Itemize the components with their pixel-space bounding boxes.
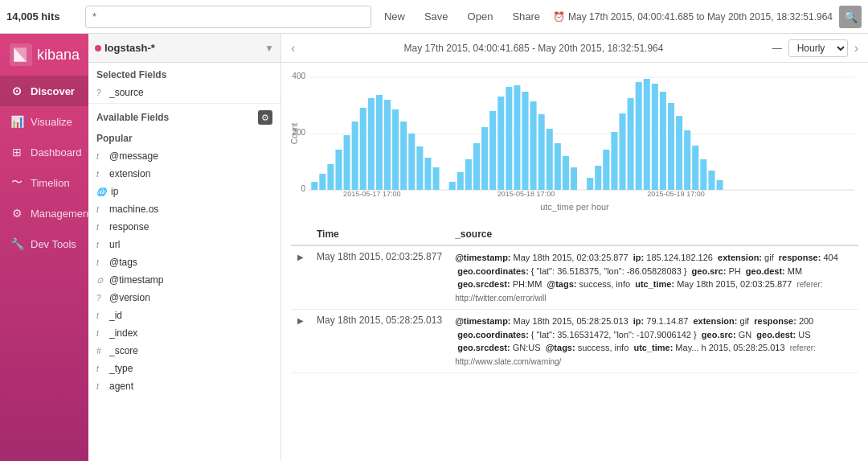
- svg-rect-9: [311, 182, 317, 190]
- field-item-ip[interactable]: 🌐 ip: [88, 183, 280, 200]
- logo: kibana: [0, 34, 88, 76]
- table-header-time: Time: [310, 224, 448, 245]
- row-expand-icon[interactable]: ▶: [297, 316, 304, 325]
- svg-rect-52: [676, 116, 682, 190]
- time-nav-next-icon[interactable]: ›: [854, 41, 858, 56]
- svg-rect-31: [497, 97, 504, 190]
- sidebar-item-visualize-label: Visualize: [31, 116, 72, 128]
- svg-rect-53: [684, 130, 690, 190]
- time-range-dash: —: [772, 43, 782, 54]
- svg-text:400: 400: [292, 72, 305, 80]
- save-button[interactable]: Save: [418, 7, 455, 26]
- svg-rect-22: [416, 146, 423, 190]
- svg-rect-57: [717, 180, 723, 190]
- field-item-type[interactable]: t _type: [88, 360, 280, 377]
- sidebar-item-dashboard[interactable]: ⊞ Dashboard: [0, 137, 88, 167]
- field-item-tags[interactable]: t @tags: [88, 253, 280, 271]
- field-item-url[interactable]: t url: [88, 236, 280, 253]
- sidebar-item-devtools[interactable]: 🔧 Dev Tools: [0, 228, 88, 259]
- search-icon: 🔍: [844, 10, 858, 23]
- svg-rect-21: [408, 134, 415, 190]
- field-item-score[interactable]: # _score: [88, 342, 280, 360]
- row-expand-icon[interactable]: ▶: [297, 253, 304, 261]
- field-item-id[interactable]: t _id: [88, 307, 280, 324]
- svg-rect-17: [376, 95, 383, 190]
- field-item-machine-os[interactable]: t machine.os: [88, 200, 280, 218]
- histogram-chart: 400 200 0: [291, 69, 858, 198]
- svg-rect-30: [489, 111, 496, 190]
- svg-rect-42: [595, 166, 601, 190]
- svg-rect-48: [644, 79, 650, 190]
- field-panel: logstash-* ▼ Selected Fields ? _source A…: [88, 34, 281, 461]
- kibana-logo-icon: [10, 43, 32, 66]
- new-button[interactable]: New: [378, 7, 411, 26]
- svg-rect-33: [514, 85, 520, 190]
- field-item-extension[interactable]: t extension: [88, 165, 280, 183]
- field-divider: [88, 103, 280, 104]
- svg-rect-55: [700, 159, 706, 190]
- svg-rect-36: [538, 114, 545, 190]
- visualize-icon: 📊: [10, 114, 24, 129]
- hits-count: 14,005 hits: [6, 10, 79, 23]
- sidebar-item-dashboard-label: Dashboard: [31, 146, 82, 158]
- index-pattern-dot: [95, 45, 101, 51]
- sidebar-item-timelion-label: Timelion: [31, 177, 70, 189]
- svg-rect-16: [368, 98, 375, 190]
- svg-rect-25: [449, 182, 456, 190]
- time-nav-prev-icon[interactable]: ‹: [291, 41, 295, 56]
- time-interval-select[interactable]: Hourly Daily Weekly Auto: [788, 39, 848, 57]
- field-item-version[interactable]: ? @version: [88, 289, 280, 307]
- time-range-display: May 17th 2015, 04:00:41.685 - May 20th 2…: [301, 43, 765, 54]
- clock-icon: ⏰: [553, 11, 565, 23]
- field-item-message[interactable]: t @message: [88, 147, 280, 165]
- sidebar-item-management-label: Management: [31, 208, 92, 220]
- field-settings-button[interactable]: ⚙: [258, 110, 272, 125]
- index-pattern-bar[interactable]: logstash-* ▼: [88, 34, 280, 63]
- svg-rect-19: [392, 109, 399, 190]
- sidebar-item-management[interactable]: ⚙ Management: [0, 198, 88, 228]
- table-header-expand: [291, 224, 310, 245]
- open-button[interactable]: Open: [461, 7, 500, 26]
- selected-fields-title: Selected Fields: [88, 63, 280, 84]
- field-item-response[interactable]: t response: [88, 218, 280, 236]
- content-area: ‹ May 17th 2015, 04:00:41.685 - May 20th…: [281, 34, 868, 461]
- svg-rect-35: [530, 101, 537, 190]
- svg-rect-46: [628, 98, 634, 190]
- field-item-timestamp[interactable]: ⊙ @timestamp: [88, 271, 280, 289]
- sidebar-item-timelion[interactable]: 〜 Timelion: [0, 167, 88, 198]
- share-button[interactable]: Share: [506, 7, 547, 26]
- doc-time-1: May 18th 2015, 02:03:25.877: [310, 245, 448, 310]
- svg-rect-40: [571, 167, 577, 190]
- svg-rect-10: [319, 174, 326, 190]
- toolbar: 14,005 hits New Save Open Share ⏰ May 17…: [0, 0, 868, 34]
- svg-rect-54: [692, 146, 698, 190]
- histogram-area: 400 200 0: [281, 63, 868, 224]
- table-row: ▶ May 18th 2015, 05:28:25.013 @timestamp…: [291, 310, 858, 373]
- search-button[interactable]: 🔍: [839, 6, 862, 28]
- field-item-source[interactable]: ? _source: [88, 84, 280, 101]
- svg-text:2015-05-17 17:00: 2015-05-17 17:00: [343, 190, 400, 198]
- sidebar-item-visualize[interactable]: 📊 Visualize: [0, 106, 88, 137]
- side-navigation: kibana ⊙ Discover 📊 Visualize ⊞ Dashboar…: [0, 34, 88, 461]
- field-item-agent[interactable]: t agent: [88, 377, 280, 395]
- sidebar-item-discover[interactable]: ⊙ Discover: [0, 76, 88, 106]
- svg-rect-41: [587, 178, 593, 190]
- document-table: Time _source ▶ May 18th 2015, 02:03:25.8…: [291, 224, 858, 373]
- time-bar: ‹ May 17th 2015, 04:00:41.685 - May 20th…: [281, 34, 868, 63]
- svg-rect-44: [611, 132, 617, 190]
- svg-rect-43: [603, 150, 609, 190]
- svg-rect-37: [547, 129, 553, 190]
- popular-fields-title: Popular: [88, 126, 280, 147]
- time-range-display[interactable]: ⏰ May 17th 2015, 04:00:41.685 to May 20t…: [553, 11, 833, 23]
- management-icon: ⚙: [10, 206, 24, 220]
- kibana-logo-text: kibana: [37, 47, 80, 64]
- query-input[interactable]: [85, 6, 371, 28]
- field-item-index[interactable]: t _index: [88, 324, 280, 342]
- svg-rect-11: [327, 164, 334, 190]
- svg-rect-14: [352, 121, 358, 190]
- table-header-source: _source: [448, 224, 858, 245]
- devtools-icon: 🔧: [10, 237, 24, 251]
- svg-rect-56: [708, 171, 714, 190]
- table-row: ▶ May 18th 2015, 02:03:25.877 @timestamp…: [291, 245, 858, 310]
- svg-text:2015-05-19 17:00: 2015-05-19 17:00: [647, 190, 704, 198]
